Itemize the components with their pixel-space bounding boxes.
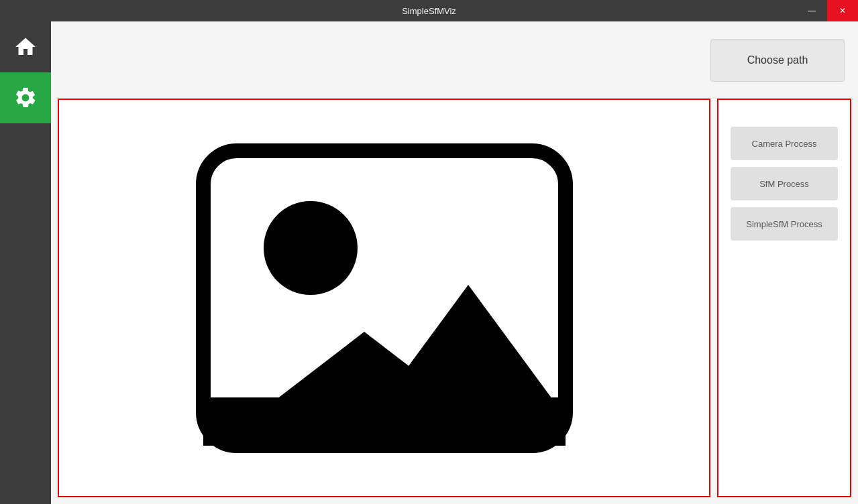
placeholder-image-icon (190, 137, 579, 459)
close-button[interactable]: ✕ (827, 0, 858, 21)
camera-process-button[interactable]: Camera Process (731, 127, 838, 160)
simple-sfm-process-button[interactable]: SimpleSfM Process (731, 207, 838, 241)
image-placeholder (183, 131, 586, 466)
svg-rect-5 (203, 399, 566, 446)
sfm-process-button[interactable]: SfM Process (731, 167, 838, 200)
gear-icon (13, 86, 38, 110)
svg-point-1 (264, 201, 358, 295)
minimize-button[interactable] (796, 0, 827, 21)
right-panel: Camera Process SfM Process SimpleSfM Pro… (717, 99, 851, 497)
top-bar: Choose path (51, 21, 858, 99)
content-area: Choose path (51, 21, 858, 504)
app-title: SimpleSfMViz (402, 6, 456, 16)
choose-path-button[interactable]: Choose path (710, 39, 845, 82)
close-icon: ✕ (839, 6, 846, 15)
sidebar-item-settings[interactable] (0, 72, 51, 123)
app-body: Choose path (0, 21, 858, 504)
image-panel (58, 99, 710, 497)
sidebar-item-home[interactable] (0, 21, 51, 72)
home-icon (13, 35, 38, 59)
minimize-icon (808, 11, 816, 11)
title-bar: SimpleSfMViz ✕ (0, 0, 858, 21)
window-controls: ✕ (796, 0, 858, 21)
panels-row: Camera Process SfM Process SimpleSfM Pro… (51, 99, 858, 504)
sidebar (0, 21, 51, 504)
